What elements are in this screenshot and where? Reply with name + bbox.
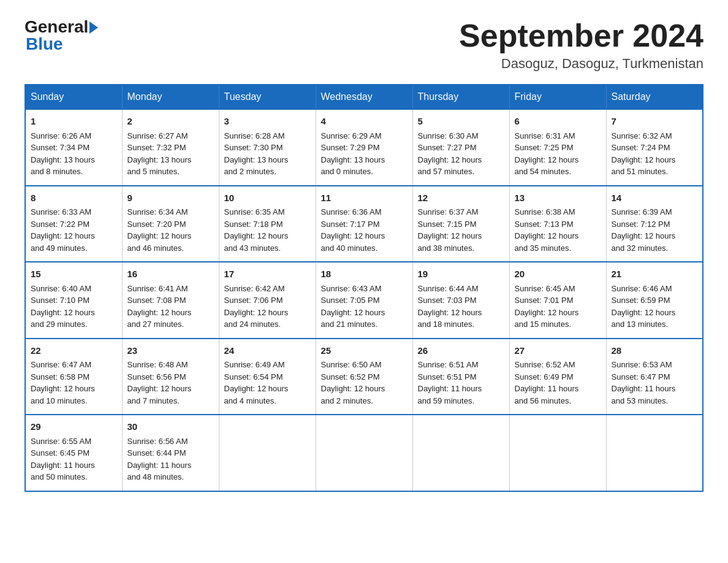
calendar-week-row: 29Sunrise: 6:55 AMSunset: 6:45 PMDayligh… bbox=[25, 415, 703, 491]
calendar-cell: 15Sunrise: 6:40 AMSunset: 7:10 PMDayligh… bbox=[25, 262, 122, 339]
calendar-subtitle: Dasoguz, Dasoguz, Turkmenistan bbox=[459, 56, 703, 72]
day-info: Sunrise: 6:37 AM bbox=[418, 206, 504, 218]
day-number: 12 bbox=[418, 191, 504, 205]
day-number: 13 bbox=[515, 191, 601, 205]
calendar-cell: 1Sunrise: 6:26 AMSunset: 7:34 PMDaylight… bbox=[25, 109, 122, 186]
day-info: and 43 minutes. bbox=[224, 242, 311, 255]
day-info: Sunrise: 6:45 AM bbox=[515, 283, 601, 295]
day-info: Daylight: 12 hours bbox=[612, 154, 698, 166]
calendar-cell: 4Sunrise: 6:29 AMSunset: 7:29 PMDaylight… bbox=[316, 109, 412, 186]
calendar-cell: 22Sunrise: 6:47 AMSunset: 6:58 PMDayligh… bbox=[25, 339, 122, 415]
day-number: 6 bbox=[515, 115, 601, 129]
day-info: Sunset: 7:17 PM bbox=[321, 218, 408, 231]
day-info: Daylight: 12 hours bbox=[224, 383, 311, 395]
day-info: Daylight: 12 hours bbox=[515, 154, 601, 166]
day-info: Sunset: 7:27 PM bbox=[418, 142, 504, 154]
calendar-title: September 2024 bbox=[459, 18, 703, 53]
day-info: Sunrise: 6:33 AM bbox=[31, 206, 117, 218]
day-number: 30 bbox=[127, 420, 214, 434]
header-day-sunday: Sunday bbox=[25, 85, 122, 109]
calendar-cell: 3Sunrise: 6:28 AMSunset: 7:30 PMDaylight… bbox=[219, 109, 316, 186]
day-number: 10 bbox=[224, 191, 311, 205]
day-info: Sunset: 7:25 PM bbox=[515, 142, 601, 154]
day-info: Daylight: 12 hours bbox=[31, 383, 117, 395]
day-info: Daylight: 11 hours bbox=[515, 383, 601, 395]
day-info: Daylight: 12 hours bbox=[127, 307, 214, 319]
day-info: Sunset: 6:54 PM bbox=[224, 371, 311, 383]
day-number: 11 bbox=[321, 191, 408, 205]
header-day-wednesday: Wednesday bbox=[316, 85, 412, 109]
calendar-cell bbox=[316, 415, 412, 491]
day-info: and 57 minutes. bbox=[418, 166, 504, 178]
calendar-cell: 8Sunrise: 6:33 AMSunset: 7:22 PMDaylight… bbox=[25, 186, 122, 262]
calendar-cell: 20Sunrise: 6:45 AMSunset: 7:01 PMDayligh… bbox=[509, 262, 606, 339]
day-info: Sunset: 6:56 PM bbox=[127, 371, 214, 383]
header-day-friday: Friday bbox=[509, 85, 606, 109]
day-info: Sunset: 7:30 PM bbox=[224, 142, 311, 154]
day-info: and 56 minutes. bbox=[515, 395, 601, 407]
day-info: Sunset: 7:08 PM bbox=[127, 294, 214, 307]
day-number: 22 bbox=[31, 344, 117, 358]
day-number: 23 bbox=[127, 344, 214, 358]
day-info: Sunrise: 6:56 AM bbox=[127, 435, 214, 448]
logo-arrow-icon bbox=[89, 21, 98, 34]
calendar-cell bbox=[412, 415, 509, 491]
day-info: Sunrise: 6:43 AM bbox=[321, 283, 408, 295]
day-info: Sunset: 6:51 PM bbox=[418, 371, 504, 383]
day-info: Sunset: 7:22 PM bbox=[31, 218, 117, 231]
day-number: 29 bbox=[31, 420, 117, 434]
calendar-cell: 23Sunrise: 6:48 AMSunset: 6:56 PMDayligh… bbox=[122, 339, 219, 415]
day-info: Sunset: 7:12 PM bbox=[612, 218, 698, 231]
day-number: 16 bbox=[127, 267, 214, 282]
day-info: Sunset: 7:29 PM bbox=[321, 142, 408, 154]
header-day-thursday: Thursday bbox=[412, 85, 509, 109]
calendar-cell: 14Sunrise: 6:39 AMSunset: 7:12 PMDayligh… bbox=[606, 186, 703, 262]
day-info: Daylight: 12 hours bbox=[224, 307, 311, 319]
day-info: and 38 minutes. bbox=[418, 242, 504, 255]
day-info: Daylight: 12 hours bbox=[418, 154, 504, 166]
day-number: 25 bbox=[321, 344, 408, 358]
calendar-cell: 19Sunrise: 6:44 AMSunset: 7:03 PMDayligh… bbox=[412, 262, 509, 339]
day-info: Sunrise: 6:50 AM bbox=[321, 359, 408, 371]
calendar-table: SundayMondayTuesdayWednesdayThursdayFrid… bbox=[25, 84, 703, 492]
day-info: Daylight: 12 hours bbox=[31, 307, 117, 319]
day-info: and 48 minutes. bbox=[127, 471, 214, 483]
day-number: 20 bbox=[515, 267, 601, 282]
day-info: Sunset: 6:44 PM bbox=[127, 447, 214, 459]
day-info: Sunset: 6:45 PM bbox=[31, 447, 117, 459]
day-info: Sunrise: 6:48 AM bbox=[127, 359, 214, 371]
day-info: and 35 minutes. bbox=[515, 242, 601, 255]
day-info: Sunrise: 6:26 AM bbox=[31, 130, 117, 142]
header-day-saturday: Saturday bbox=[606, 85, 703, 109]
day-info: and 5 minutes. bbox=[127, 166, 214, 178]
calendar-week-row: 22Sunrise: 6:47 AMSunset: 6:58 PMDayligh… bbox=[25, 339, 703, 415]
day-info: and 29 minutes. bbox=[31, 318, 117, 331]
day-info: and 27 minutes. bbox=[127, 318, 214, 331]
calendar-cell: 16Sunrise: 6:41 AMSunset: 7:08 PMDayligh… bbox=[122, 262, 219, 339]
day-number: 26 bbox=[418, 344, 504, 358]
calendar-cell: 24Sunrise: 6:49 AMSunset: 6:54 PMDayligh… bbox=[219, 339, 316, 415]
calendar-cell: 10Sunrise: 6:35 AMSunset: 7:18 PMDayligh… bbox=[219, 186, 316, 262]
day-info: Sunset: 7:13 PM bbox=[515, 218, 601, 231]
day-info: and 40 minutes. bbox=[321, 242, 408, 255]
day-number: 8 bbox=[31, 191, 117, 205]
calendar-cell: 17Sunrise: 6:42 AMSunset: 7:06 PMDayligh… bbox=[219, 262, 316, 339]
calendar-cell: 12Sunrise: 6:37 AMSunset: 7:15 PMDayligh… bbox=[412, 186, 509, 262]
day-info: and 2 minutes. bbox=[321, 395, 408, 407]
day-info: Sunset: 6:47 PM bbox=[612, 371, 698, 383]
calendar-cell bbox=[509, 415, 606, 491]
day-info: and 24 minutes. bbox=[224, 318, 311, 331]
day-info: Daylight: 12 hours bbox=[321, 383, 408, 395]
day-info: Sunrise: 6:39 AM bbox=[612, 206, 698, 218]
calendar-week-row: 1Sunrise: 6:26 AMSunset: 7:34 PMDaylight… bbox=[25, 109, 703, 186]
day-info: Sunrise: 6:44 AM bbox=[418, 283, 504, 295]
day-info: Sunrise: 6:47 AM bbox=[31, 359, 117, 371]
calendar-cell: 6Sunrise: 6:31 AMSunset: 7:25 PMDaylight… bbox=[509, 109, 606, 186]
day-number: 27 bbox=[515, 344, 601, 358]
day-info: and 13 minutes. bbox=[612, 318, 698, 331]
day-info: Daylight: 12 hours bbox=[418, 307, 504, 319]
day-info: Sunset: 6:52 PM bbox=[321, 371, 408, 383]
day-info: and 50 minutes. bbox=[31, 471, 117, 483]
day-info: Sunset: 7:01 PM bbox=[515, 294, 601, 307]
day-info: Sunset: 7:03 PM bbox=[418, 294, 504, 307]
